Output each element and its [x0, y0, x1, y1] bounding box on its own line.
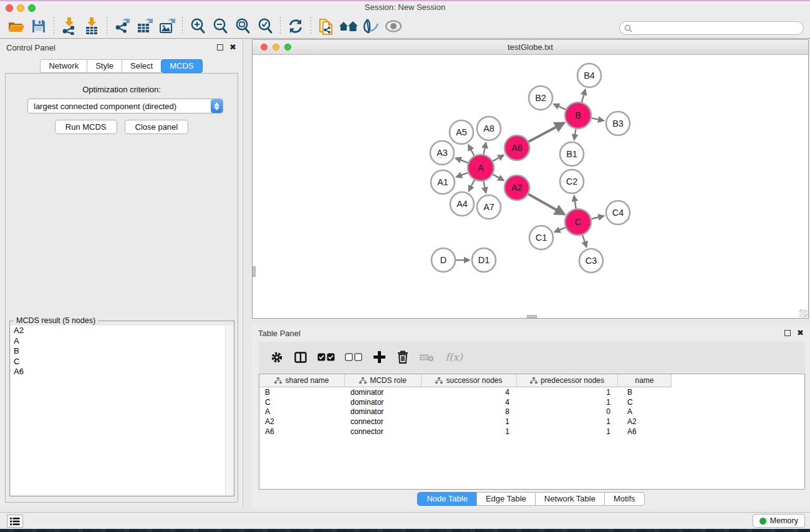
- edge-B-B2[interactable]: [554, 104, 566, 110]
- table-row[interactable]: A6connector11A6: [259, 427, 804, 437]
- save-session-button[interactable]: [27, 16, 50, 37]
- node-A2[interactable]: A2: [504, 175, 529, 200]
- edge-A-A7[interactable]: [483, 181, 486, 193]
- edge-C-C2[interactable]: [574, 196, 576, 209]
- select-all-button[interactable]: [317, 350, 335, 365]
- node-C1[interactable]: C1: [529, 226, 553, 249]
- column-header-MCDS-role[interactable]: MCDS role: [345, 374, 422, 387]
- export-network-button[interactable]: [111, 16, 133, 37]
- close-window-button[interactable]: [6, 4, 13, 12]
- export-image-button[interactable]: [156, 16, 178, 37]
- edge-A-A4[interactable]: [469, 180, 475, 191]
- network-canvas[interactable]: AA1A2A3A4A5A6A7A8BB1B2B3B4CC1C2C3C4DD1: [253, 55, 808, 318]
- network-minimize-button[interactable]: [272, 44, 279, 51]
- import-table-button[interactable]: [80, 16, 103, 37]
- mcds-result-item[interactable]: A2: [11, 326, 233, 336]
- edge-B-B4[interactable]: [582, 89, 586, 102]
- zoom-fit-button[interactable]: [231, 16, 254, 37]
- tab-motifs[interactable]: Motifs: [604, 492, 645, 506]
- node-B[interactable]: B: [565, 102, 591, 128]
- column-header-predecessor-nodes[interactable]: predecessor nodes: [517, 374, 618, 387]
- open-file-button[interactable]: [5, 16, 27, 37]
- edge-B-B3[interactable]: [592, 118, 604, 120]
- tab-node-table[interactable]: Node Table: [417, 492, 476, 506]
- minimize-window-button[interactable]: [17, 4, 24, 12]
- edge-A-A3[interactable]: [455, 158, 468, 163]
- mcds-list-scrollbar[interactable]: [225, 326, 233, 495]
- refresh-view-button[interactable]: [284, 16, 307, 37]
- delete-row-button[interactable]: [395, 350, 410, 365]
- edge-A2-C[interactable]: [528, 194, 564, 214]
- search-field[interactable]: [619, 21, 804, 35]
- table-row[interactable]: Cdominator41C: [259, 397, 804, 407]
- node-C3[interactable]: C3: [579, 249, 603, 273]
- column-header-name[interactable]: name: [618, 374, 672, 387]
- table-row[interactable]: Adominator80A: [259, 407, 804, 417]
- tab-mcds[interactable]: MCDS: [161, 59, 202, 73]
- tab-network-table[interactable]: Network Table: [535, 492, 604, 506]
- node-A4[interactable]: A4: [450, 192, 474, 216]
- float-table-panel-icon[interactable]: [784, 330, 791, 336]
- tab-select[interactable]: Select: [122, 59, 161, 73]
- show-graphics-details-button[interactable]: [382, 16, 405, 37]
- node-A8[interactable]: A8: [477, 117, 501, 140]
- node-C2[interactable]: C2: [560, 170, 584, 193]
- node-A1[interactable]: A1: [431, 170, 455, 194]
- mcds-result-item[interactable]: B: [11, 346, 233, 357]
- network-close-button[interactable]: [261, 44, 268, 51]
- mcds-result-item[interactable]: A: [11, 336, 233, 347]
- mcds-result-item[interactable]: A6: [11, 367, 233, 377]
- mcds-result-list[interactable]: A2ABCA6: [11, 326, 233, 495]
- mcds-result-item[interactable]: C: [11, 357, 233, 367]
- task-history-button[interactable]: [7, 515, 23, 528]
- show-columns-button[interactable]: [293, 350, 308, 365]
- float-panel-icon[interactable]: [217, 44, 223, 51]
- tab-network[interactable]: Network: [40, 59, 87, 73]
- network-horizontal-scrollbar[interactable]: [527, 315, 537, 318]
- edge-A-A5[interactable]: [468, 145, 475, 155]
- edge-A-A1[interactable]: [456, 173, 468, 177]
- node-D[interactable]: D: [432, 248, 455, 272]
- zoom-window-button[interactable]: [28, 4, 36, 12]
- import-network-button[interactable]: [58, 16, 80, 37]
- close-panel-icon[interactable]: ✖: [229, 44, 236, 51]
- column-header-successor-nodes[interactable]: successor nodes: [422, 374, 517, 387]
- column-header-shared-name[interactable]: shared name: [259, 374, 345, 387]
- edge-C-C3[interactable]: [582, 235, 587, 247]
- clone-network-button[interactable]: [315, 16, 337, 37]
- node-B4[interactable]: B4: [577, 64, 601, 87]
- edge-B-B1[interactable]: [574, 129, 576, 140]
- node-B3[interactable]: B3: [606, 112, 630, 135]
- network-zoom-button[interactable]: [284, 44, 291, 51]
- export-table-button[interactable]: [133, 16, 156, 37]
- add-row-button[interactable]: [372, 350, 387, 365]
- node-A3[interactable]: A3: [430, 141, 454, 165]
- node-C[interactable]: C: [565, 209, 591, 235]
- edge-C-C4[interactable]: [591, 216, 604, 219]
- run-mcds-button[interactable]: Run MCDS: [55, 120, 117, 134]
- table-row[interactable]: Bdominator41B: [259, 387, 804, 397]
- node-A[interactable]: A: [468, 155, 494, 181]
- zoom-selected-button[interactable]: [254, 16, 276, 37]
- edge-C-C1[interactable]: [554, 228, 566, 232]
- home-button[interactable]: [337, 16, 360, 37]
- node-C4[interactable]: C4: [606, 201, 630, 225]
- network-vertical-scrollbar[interactable]: [253, 266, 256, 277]
- node-A7[interactable]: A7: [477, 195, 501, 219]
- node-B1[interactable]: B1: [560, 142, 584, 166]
- zoom-in-button[interactable]: [186, 16, 209, 37]
- window-resize-grip[interactable]: [799, 309, 808, 317]
- edge-A-A6[interactable]: [493, 155, 504, 162]
- zoom-out-button[interactable]: [209, 16, 231, 37]
- hide-graphics-details-button[interactable]: [360, 16, 382, 37]
- edge-A-A2[interactable]: [493, 175, 504, 181]
- deselect-all-button[interactable]: [344, 350, 363, 365]
- node-A6[interactable]: A6: [504, 135, 529, 160]
- node-A5[interactable]: A5: [450, 120, 473, 144]
- memory-button[interactable]: Memory: [753, 514, 805, 528]
- edge-A6-B[interactable]: [529, 123, 564, 142]
- node-B2[interactable]: B2: [529, 86, 552, 110]
- edge-A-A8[interactable]: [483, 143, 486, 155]
- close-panel-button[interactable]: Close panel: [125, 120, 189, 134]
- table-settings-button[interactable]: [269, 350, 284, 365]
